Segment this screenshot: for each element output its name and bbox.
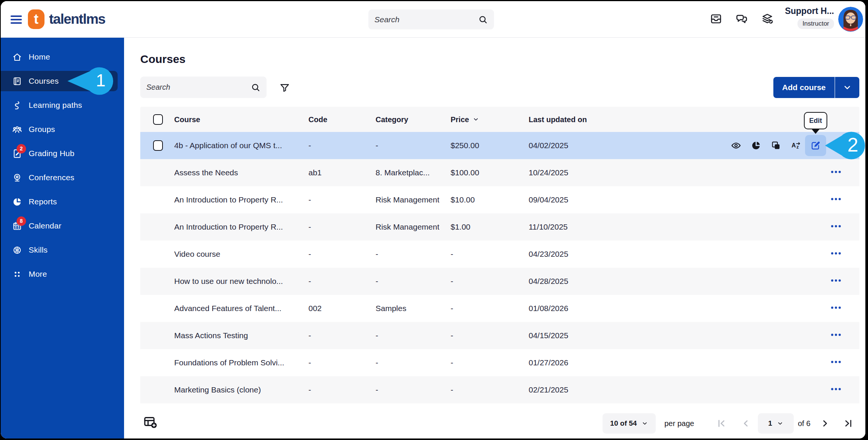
row-menu-icon[interactable] [830,274,842,288]
logo-wordmark: talentlms [49,11,105,27]
cell-course-name[interactable]: An Introduction to Property R... [174,222,283,231]
cell-course-name[interactable]: Assess the Needs [174,168,238,177]
course-search-input[interactable] [146,83,251,92]
clone-icon[interactable] [770,140,782,151]
last-page-icon[interactable] [841,416,856,431]
table-row[interactable]: Marketing Basics (clone)---02/21/2025 [140,376,859,403]
cell-category: Risk Management [376,195,439,204]
row-menu-icon[interactable] [830,220,842,234]
sidebar-item-label: Learning paths [29,101,82,110]
column-header-price[interactable]: Price [451,115,479,124]
table-row[interactable]: Video course---04/23/2025 [140,241,859,268]
course-search [140,77,267,98]
first-page-icon[interactable] [714,416,729,431]
pie-report-icon[interactable] [750,140,762,151]
sidebar-item-reports[interactable]: Reports [1,190,124,214]
search-icon[interactable] [478,15,488,25]
table-row[interactable]: 4b - Application of our QMS t...--$250.0… [140,132,859,159]
row-menu-icon[interactable] [830,301,842,316]
row-menu-icon[interactable] [830,247,842,261]
svg-text:A: A [791,142,796,149]
current-page-select[interactable]: 1 [758,413,794,434]
cell-course-name[interactable]: Foundations of Problem Solvi... [174,358,284,367]
table-body: 4b - Application of our QMS t...--$250.0… [140,132,859,403]
total-pages-label: of 6 [798,413,810,434]
per-page-select[interactable]: 10 of 54 [603,413,656,434]
sidebar-item-learning-paths[interactable]: Learning paths [1,93,124,117]
cell-course-name[interactable]: An Introduction to Property R... [174,195,283,204]
table-row[interactable]: Foundations of Problem Solvi...---01/27/… [140,349,859,376]
logo-mark-icon: t [28,9,44,29]
table-row[interactable]: How to use our new technolo...---04/28/2… [140,268,859,295]
global-search-input[interactable] [374,15,478,24]
user-menu[interactable]: Support H... Instructor [762,6,834,29]
column-header-code[interactable]: Code [308,115,327,124]
row-menu-icon[interactable] [830,166,842,180]
cell-course-name[interactable]: Mass Actions Testing [174,331,248,340]
sidebar-item-groups[interactable]: Groups [1,117,124,141]
cell-course-name[interactable]: How to use our new technolo... [174,277,283,286]
search-icon[interactable] [251,83,261,92]
cell-last-updated: 01/27/2026 [529,358,568,367]
cell-price: - [451,358,453,367]
column-header-category[interactable]: Category [376,115,408,124]
table-row[interactable]: An Introduction to Property R...-Risk Ma… [140,213,859,241]
add-course-dropdown[interactable] [835,77,859,98]
chevron-down-icon [641,420,648,427]
row-menu-icon[interactable] [830,193,842,207]
sidebar-item-label: Skills [29,245,48,254]
cell-price: $250.00 [451,141,479,150]
pagination: 10 of 54 per page 1 of 6 [124,413,865,434]
edit-icon [810,140,821,151]
previous-page-icon[interactable] [738,416,753,431]
column-header-course[interactable]: Course [174,115,200,124]
row-menu-icon[interactable] [830,356,842,370]
sidebar-item-courses[interactable]: Courses1 [1,69,124,93]
table-row[interactable]: An Introduction to Property R...-Risk Ma… [140,186,859,213]
row-menu-icon[interactable] [830,383,842,397]
cell-course-name[interactable]: Advanced Features of Talent... [174,304,281,313]
filter-icon[interactable] [278,81,291,95]
edit-button[interactable] [805,135,826,156]
cell-course-name[interactable]: Video course [174,250,220,259]
cell-code: - [308,195,311,204]
sidebar-item-grading-hub[interactable]: 2Grading Hub [1,141,124,166]
cell-course-name[interactable]: 4b - Application of our QMS t... [174,141,282,150]
table-header: Course Code Category Price Last updated … [140,107,859,132]
inbox-icon[interactable] [709,12,723,26]
sidebar-item-label: Grading Hub [29,149,74,158]
sidebar-item-label: More [29,270,47,279]
cell-price: - [451,250,453,259]
avatar[interactable] [838,7,863,32]
table-row[interactable]: Mass Actions Testing---04/15/2025 [140,322,859,349]
preview-icon[interactable] [730,140,742,151]
calendar-icon: 8 [12,221,22,231]
rename-icon[interactable]: Az [790,140,802,151]
row-checkbox[interactable] [153,140,163,151]
add-course-label[interactable]: Add course [773,77,835,98]
cell-last-updated: 10/24/2025 [529,168,568,177]
sidebar-item-skills[interactable]: Skills [1,238,124,262]
row-menu-icon[interactable] [830,328,842,343]
cell-course-name[interactable]: Marketing Basics (clone) [174,385,261,394]
select-all-checkbox[interactable] [153,114,163,125]
sidebar-item-conferences[interactable]: Conferences [1,166,124,190]
sidebar-item-label: Calendar [29,221,61,230]
add-course-button: Add course [773,77,859,98]
svg-text:z: z [796,144,799,150]
talentlms-logo[interactable]: t talentlms [28,9,105,29]
next-page-icon[interactable] [817,416,833,431]
table-row[interactable]: Assess the Needsab18. Marketplac...$100.… [140,159,859,186]
table-row[interactable]: Advanced Features of Talent...002Samples… [140,295,859,322]
cell-code: - [308,141,311,150]
sidebar-item-home[interactable]: Home [1,45,124,69]
cell-price: - [451,304,453,313]
column-header-last-updated[interactable]: Last updated on [529,115,587,124]
hamburger-menu-icon[interactable] [11,15,22,24]
cell-price: $1.00 [451,222,471,231]
cell-code: - [308,277,311,286]
cell-last-updated: 04/15/2025 [529,331,568,340]
sidebar-item-calendar[interactable]: 8Calendar [1,214,124,238]
messages-icon[interactable] [735,12,749,26]
sidebar-item-more[interactable]: More [1,262,124,286]
